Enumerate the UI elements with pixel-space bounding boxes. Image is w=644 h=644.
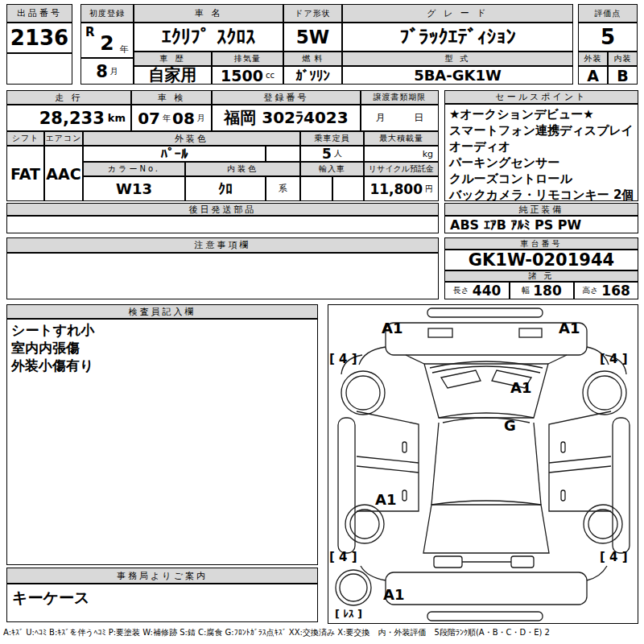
notes-value <box>6 253 439 299</box>
inspector-note-line: シートすれ小 <box>11 321 95 339</box>
grade-header: グ レ ー ド <box>342 4 573 23</box>
month-unit: 月 <box>110 66 118 77</box>
specs-header: 諸 元 <box>444 270 638 282</box>
color-no-value: W13 <box>83 176 185 201</box>
damage-mark-glass: G <box>504 417 516 434</box>
door-shape-header: ドア形状 <box>283 4 342 23</box>
interior-color-header: 内装色 <box>185 162 300 176</box>
auction-sheet: { "top": { "lot": {"label": "出品番号", "val… <box>0 0 644 644</box>
transfer-deadline-value: 月 日 <box>361 105 439 131</box>
model-code-value: 5BA-GK1W <box>342 66 573 85</box>
capacity-value-cell: 5 人 <box>300 146 364 162</box>
transfer-day-unit: 日 <box>414 111 423 125</box>
interior-grade-header: 内装 <box>608 52 638 66</box>
mileage-value-cell: 28,233 km <box>6 105 131 131</box>
door-shape-value: 5W <box>283 23 342 52</box>
shaken-year: 07 <box>138 109 160 128</box>
lot-number-empty-cell <box>6 53 72 85</box>
exterior-grade-value: A <box>578 66 608 85</box>
damage-mark-front-right: A1 <box>559 320 580 336</box>
sales-point-line: バックカメラ・リモコンキー 2個 <box>449 187 634 201</box>
spec-height-label: 高さ <box>582 285 598 296</box>
damage-mark-door-left: A1 <box>375 491 396 508</box>
exterior-color-value: ﾊﾟｰﾙ <box>83 146 266 162</box>
exterior-color-header: 外装色 <box>83 131 300 146</box>
damage-mark-front-left: A1 <box>382 320 402 336</box>
capacity-header: 乗車定員 <box>300 131 364 146</box>
legend-text: A:ｷｽﾞ U:ﾍｺﾐ B:ｷｽﾞを伴うﾍｺﾐ P:要塗装 W:補修跡 S:錆 … <box>3 627 641 638</box>
tire-depth-front-left: [ 4 ] <box>329 352 357 366</box>
notes-header: 注意事項欄 <box>6 237 439 253</box>
spec-length-cell: 長さ 440 <box>444 282 510 299</box>
spec-length-value: 440 <box>473 283 502 299</box>
transfer-deadline-header: 譲渡書類期限 <box>361 90 439 105</box>
spec-length-label: 長さ <box>453 285 469 296</box>
damage-diagram-panel: A1 A1 [ 4 ] [ 4 ] A1 G A1 [ 4 ] [ 4 ] A1… <box>328 304 638 624</box>
first-registration-month: 8 <box>96 62 108 81</box>
chassis-number-header: 車台番号 <box>444 237 638 250</box>
oem-equipment-value: ABS ｴｱB ｱﾙﾐ PS PW <box>444 216 638 233</box>
displacement-value-cell: 1500 cc <box>212 66 283 85</box>
car-history-header: 車 歴 <box>134 52 212 66</box>
shift-value: FAT <box>6 146 44 201</box>
damage-mark-windshield: A1 <box>510 379 531 396</box>
later-parts-header: 後日発送部品 <box>6 203 439 216</box>
aircon-value: AAC <box>44 146 83 201</box>
sales-point-line: スマートフォン連携ディスプレイ <box>449 122 634 138</box>
displacement-unit: cc <box>266 71 275 80</box>
chassis-number-value: GK1W-0201944 <box>444 250 638 270</box>
registration-number-value: 福岡 302ﾗ4023 <box>212 105 361 131</box>
sales-points-list: ★オークションデビュー★ スマートフォン連携ディスプレイ オーディオ パーキング… <box>444 104 638 201</box>
mileage-unit: km <box>108 112 126 124</box>
transfer-month-unit: 月 <box>376 111 386 125</box>
fuel-value: ｶﾞｿﾘﾝ <box>283 66 342 85</box>
interior-color-value: ｸﾛ <box>185 176 266 201</box>
first-registration-month-cell: 8 月 <box>80 58 134 85</box>
sales-point-line: ★オークションデビュー★ <box>449 106 594 122</box>
later-parts-value <box>6 216 439 233</box>
year-unit: 年 <box>120 43 129 56</box>
grade-value: ﾌﾞﾗｯｸｴﾃﾞｨｼｮﾝ <box>342 23 573 52</box>
max-load-unit: kg <box>423 149 433 159</box>
capacity-value: 5 <box>322 146 332 162</box>
office-notice-value: キーケース <box>6 584 318 622</box>
inspector-notes-list: シートすれ小 室内内張傷 外装小傷有り <box>6 319 318 565</box>
car-name-header: 車 名 <box>134 4 283 23</box>
first-registration-year-cell: R 2 年 <box>80 23 134 58</box>
tire-depth-rear-left: [ 4 ] <box>329 550 357 564</box>
shift-header: シフト <box>6 131 44 146</box>
interior-color-suffix: 系 <box>279 183 287 195</box>
oem-equipment-header: 純正装備 <box>444 203 638 216</box>
inspector-note-line: 室内内張傷 <box>11 339 80 357</box>
registration-number-header: 登録番号 <box>212 90 361 105</box>
displacement-value: 1500 <box>221 67 263 85</box>
exterior-grade-header: 外装 <box>578 52 608 66</box>
spec-width-cell: 幅 180 <box>510 282 574 299</box>
max-load-value-cell: kg <box>364 146 439 162</box>
spare-tire-mark: [ ﾚｽ ] <box>335 608 362 620</box>
inspector-notes-header: 検査員記入欄 <box>6 304 318 319</box>
capacity-unit: 人 <box>334 148 342 159</box>
spec-height-cell: 高さ 168 <box>574 282 638 299</box>
exterior-color-empty-cell <box>266 146 300 162</box>
lot-number-header: 出品番号 <box>6 4 72 23</box>
shaken-value-cell: 07 年 08 月 <box>131 105 212 131</box>
spec-width-label: 幅 <box>522 285 530 296</box>
mileage-value: 28,233 <box>39 109 105 128</box>
era-letter: R <box>85 25 95 39</box>
aircon-header: エアコン <box>44 131 83 146</box>
model-code-header: 型 式 <box>342 52 573 66</box>
interior-color-suffix-cell: 系 <box>266 176 300 201</box>
score-value: 5 <box>578 23 638 52</box>
recycle-deposit-unit: 円 <box>425 184 433 195</box>
score-header: 評価点 <box>578 4 638 23</box>
recycle-deposit-value: 11,800 <box>369 181 423 197</box>
import-empty-cell-1 <box>300 176 332 201</box>
mileage-header: 走 行 <box>6 90 131 105</box>
shaken-month-unit: 月 <box>197 113 205 124</box>
tire-depth-front-right: [ 4 ] <box>600 352 628 366</box>
sales-point-line: パーキングセンサー <box>449 155 559 171</box>
recycle-deposit-header: リサイクル預託金 <box>364 162 439 176</box>
tire-depth-rear-right: [ 4 ] <box>600 550 628 564</box>
car-name-value: ｴｸﾘﾌﾟ ｽｸﾛｽ <box>134 23 283 52</box>
